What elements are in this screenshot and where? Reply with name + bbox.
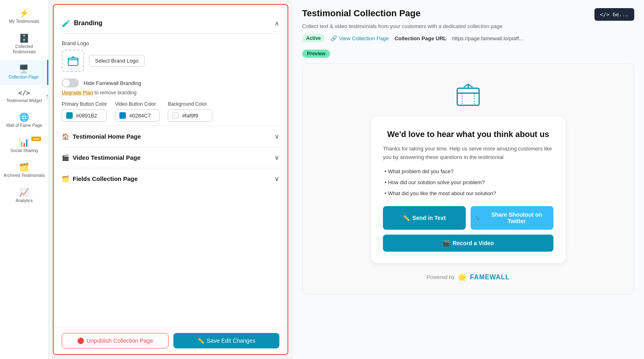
code-icon: </> <box>18 90 30 96</box>
video-testimonial-label: Video Testimonial Page <box>73 154 140 161</box>
preview-label: Preview <box>302 50 634 63</box>
preview-container: We'd love to hear what you think about u… <box>302 63 634 294</box>
preview-card-title: We'd love to hear what you think about u… <box>383 130 553 139</box>
status-badge: Active <box>302 34 325 42</box>
left-panel-scroll: 🧪 Branding ∧ Brand Logo <box>54 5 287 327</box>
sidebar-item-archived-testimonials[interactable]: 🗂️ Archived Testimonials <box>0 158 48 183</box>
right-panel: Testimonial Collection Page </> Ge... Co… <box>292 0 644 359</box>
page-title-row: Testimonial Collection Page </> Ge... <box>302 8 634 21</box>
new-badge: new <box>31 137 41 141</box>
status-row: Active 🔗 View Collection Page Collection… <box>302 34 634 42</box>
testimonial-home-chevron: ∨ <box>274 133 279 140</box>
save-label: Save Edit Changes <box>207 337 255 344</box>
color-pickers-row: Primary Button Color #0891B2 Video Butto… <box>62 101 279 122</box>
view-collection-link[interactable]: 🔗 View Collection Page <box>331 35 389 41</box>
video-color-group: Video Button Color #0284C7 <box>115 101 160 122</box>
brand-logo-row: Select Brand Logo <box>62 50 279 72</box>
primary-color-group: Primary Button Color #0891B2 <box>62 101 107 122</box>
video-color-picker[interactable]: #0284C7 <box>115 109 160 122</box>
sidebar-item-wall-of-fame[interactable]: 🌐 Wall of Fame Page <box>0 108 48 133</box>
unpublish-label: Unpublish Collection Page <box>86 337 153 344</box>
sidebar-item-collection-page[interactable]: 🖥️ Collection Page <box>0 60 48 85</box>
send-in-text-button[interactable]: ✏️ Send in Text <box>383 206 466 230</box>
sidebar-item-testimonial-widget[interactable]: </> Testimonial Widget ↑ <box>0 85 48 109</box>
unpublish-button[interactable]: 🔴 Unpublish Collection Page <box>62 333 169 348</box>
video-testimonial-section: 🎬 Video Testimonial Page ∨ <box>62 147 279 168</box>
svg-rect-1 <box>457 88 479 105</box>
primary-color-picker[interactable]: #0891B2 <box>62 109 107 122</box>
testimonial-home-label: Testimonial Home Page <box>73 133 141 140</box>
video-color-label: Video Button Color <box>115 101 160 107</box>
unpublish-icon: 🔴 <box>77 337 84 344</box>
home-page-icon: 🏠 <box>62 133 69 140</box>
svg-rect-0 <box>68 58 78 65</box>
branding-section-header[interactable]: 🧪 Branding ∧ <box>62 13 279 34</box>
bullet-3: • What did you like the most about our s… <box>383 190 553 196</box>
hide-branding-row: Hide Famewall Branding <box>62 78 279 87</box>
pencil-icon: ✏️ <box>403 215 410 221</box>
primary-color-value: #0891B2 <box>76 113 97 119</box>
sidebar-item-my-testimonials[interactable]: ⚡ My Testimonials <box>0 4 48 29</box>
preview-card: We'd love to hear what you think about u… <box>371 117 566 263</box>
bg-color-label: Background Color <box>168 101 212 107</box>
analytics-icon: 📈 <box>19 188 29 196</box>
url-label: Collection Page URL <box>395 35 447 41</box>
fields-collection-header[interactable]: 🗂️ Fields Collection Page ∨ <box>62 168 279 189</box>
record-video-button[interactable]: 🎬 Record a Video <box>383 235 553 252</box>
powered-by-row: Powered by 🌟 FAMEWALL <box>427 273 510 282</box>
video-page-icon: 🎬 <box>62 154 69 161</box>
preview-bullets: • What problem did you face? • How did o… <box>383 168 553 196</box>
preview-actions: ✏️ Send in Text 🐦 Share Shoutout on Twit… <box>383 206 553 252</box>
sidebar: ⚡ My Testimonials 🗄️ Collected Testimoni… <box>0 0 49 359</box>
sidebar-item-analytics[interactable]: 📈 Analytics <box>0 183 48 209</box>
lightning-icon: ⚡ <box>19 9 29 17</box>
bg-color-value: #faf9f9 <box>182 113 198 119</box>
red-arrow-indicator: ↑ <box>45 92 49 101</box>
video-icon: 🎬 <box>443 240 450 246</box>
preview-card-subtitle: Thanks for taking your time. Help us ser… <box>383 145 553 162</box>
bullet-2: • How did our solution solve your proble… <box>383 179 553 185</box>
share-twitter-button[interactable]: 🐦 Share Shoutout on Twitter <box>471 206 553 230</box>
save-icon: ✏️ <box>197 337 204 344</box>
video-testimonial-header[interactable]: 🎬 Video Testimonial Page ∨ <box>62 147 279 168</box>
globe-icon: 🌐 <box>19 113 29 121</box>
sidebar-item-collected-testimonials[interactable]: 🗄️ Collected Testimonials <box>0 29 48 60</box>
branding-chevron: ∧ <box>274 20 279 27</box>
select-logo-button[interactable]: Select Brand Logo <box>89 55 145 67</box>
hide-branding-toggle[interactable] <box>62 78 79 87</box>
page-title: Testimonial Collection Page <box>302 8 421 19</box>
testimonial-home-header[interactable]: 🏠 Testimonial Home Page ∨ <box>62 126 279 147</box>
database-icon: 🗄️ <box>19 34 29 42</box>
sidebar-item-social-sharing[interactable]: 📊 Social Sharing new <box>0 133 48 159</box>
external-link-icon: 🔗 <box>331 35 337 41</box>
brand-logo-label: Brand Logo <box>62 40 279 46</box>
powered-by-label: Powered by <box>427 274 455 280</box>
upgrade-plan-link[interactable]: Upgrade Plan <box>62 90 93 96</box>
branding-section: 🧪 Branding ∧ Brand Logo <box>62 13 279 122</box>
twitter-icon: 🐦 <box>475 215 482 221</box>
bg-color-group: Background Color #faf9f9 <box>168 101 212 122</box>
video-testimonial-chevron: ∨ <box>274 154 279 161</box>
branding-icon: 🧪 <box>62 19 71 28</box>
preview-row-btns: ✏️ Send in Text 🐦 Share Shoutout on Twit… <box>383 206 553 230</box>
branding-content: Brand Logo Select Brand Logo <box>62 40 279 122</box>
fields-page-icon: 🗂️ <box>62 175 69 183</box>
upgrade-row: Upgrade Plan to remove branding <box>62 90 279 96</box>
fields-collection-label: Fields Collection Page <box>73 175 138 182</box>
main-area: 🧪 Branding ∧ Brand Logo <box>49 0 644 359</box>
bullet-1: • What problem did you face? <box>383 168 553 174</box>
primary-color-swatch <box>66 112 73 119</box>
bg-color-swatch <box>172 112 179 119</box>
upgrade-suffix: to remove branding <box>95 90 136 96</box>
archive-icon: 🗂️ <box>19 163 29 171</box>
bg-color-picker[interactable]: #faf9f9 <box>168 109 212 122</box>
fields-collection-chevron: ∨ <box>274 175 279 183</box>
left-panel-footer: 🔴 Unpublish Collection Page ✏️ Save Edit… <box>54 327 287 354</box>
save-changes-button[interactable]: ✏️ Save Edit Changes <box>173 333 279 348</box>
preview-box-icon <box>454 80 482 109</box>
hide-branding-label: Hide Famewall Branding <box>84 80 141 86</box>
embed-button[interactable]: </> Ge... <box>594 8 634 21</box>
page-subtitle: Collect text & video testimonials from y… <box>302 23 634 29</box>
video-color-swatch <box>119 112 126 119</box>
primary-color-label: Primary Button Color <box>62 101 107 107</box>
